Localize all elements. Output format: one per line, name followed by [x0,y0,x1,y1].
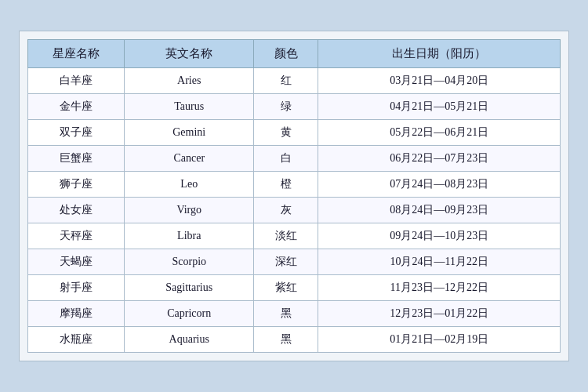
cell-color: 深红 [254,249,318,275]
cell-color: 紫红 [254,275,318,301]
zodiac-table-container: 星座名称 英文名称 颜色 出生日期（阳历） 白羊座Aries红03月21日—04… [19,31,569,361]
table-row: 水瓶座Aquarius黑01月21日—02月19日 [28,327,561,353]
cell-en: Virgo [125,198,254,223]
cell-cn: 白羊座 [28,68,125,94]
header-cn: 星座名称 [28,40,125,68]
cell-cn: 狮子座 [28,172,125,198]
table-row: 天秤座Libra淡红09月24日—10月23日 [28,223,561,249]
cell-en: Cancer [125,146,254,172]
cell-cn: 天秤座 [28,223,125,249]
cell-en: Gemini [125,120,254,146]
cell-date: 04月21日—05月21日 [318,94,561,120]
table-row: 天蝎座Scorpio深红10月24日—11月22日 [28,249,561,275]
cell-date: 06月22日—07月23日 [318,146,561,172]
header-color: 颜色 [254,40,318,68]
cell-color: 黑 [254,301,318,327]
cell-color: 黑 [254,327,318,353]
cell-color: 绿 [254,94,318,120]
cell-color: 白 [254,146,318,172]
table-row: 摩羯座Capricorn黑12月23日—01月22日 [28,301,561,327]
cell-cn: 天蝎座 [28,249,125,275]
cell-cn: 金牛座 [28,94,125,120]
table-row: 白羊座Aries红03月21日—04月20日 [28,68,561,94]
cell-cn: 水瓶座 [28,327,125,353]
cell-en: Capricorn [125,301,254,327]
cell-date: 03月21日—04月20日 [318,68,561,94]
table-row: 金牛座Taurus绿04月21日—05月21日 [28,94,561,120]
cell-color: 灰 [254,198,318,223]
cell-color: 淡红 [254,223,318,249]
cell-en: Taurus [125,94,254,120]
cell-date: 09月24日—10月23日 [318,223,561,249]
header-date: 出生日期（阳历） [318,40,561,68]
cell-date: 01月21日—02月19日 [318,327,561,353]
cell-date: 12月23日—01月22日 [318,301,561,327]
header-en: 英文名称 [125,40,254,68]
table-header-row: 星座名称 英文名称 颜色 出生日期（阳历） [28,40,561,68]
cell-date: 07月24日—08月23日 [318,172,561,198]
cell-date: 11月23日—12月22日 [318,275,561,301]
cell-cn: 巨蟹座 [28,146,125,172]
cell-date: 08月24日—09月23日 [318,198,561,223]
table-row: 巨蟹座Cancer白06月22日—07月23日 [28,146,561,172]
cell-color: 黄 [254,120,318,146]
cell-en: Leo [125,172,254,198]
cell-en: Sagittarius [125,275,254,301]
cell-cn: 摩羯座 [28,301,125,327]
cell-en: Aries [125,68,254,94]
cell-cn: 射手座 [28,275,125,301]
cell-en: Libra [125,223,254,249]
table-row: 处女座Virgo灰08月24日—09月23日 [28,198,561,223]
table-row: 射手座Sagittarius紫红11月23日—12月22日 [28,275,561,301]
cell-cn: 双子座 [28,120,125,146]
cell-color: 红 [254,68,318,94]
table-row: 双子座Gemini黄05月22日—06月21日 [28,120,561,146]
cell-cn: 处女座 [28,198,125,223]
cell-color: 橙 [254,172,318,198]
cell-en: Scorpio [125,249,254,275]
cell-date: 10月24日—11月22日 [318,249,561,275]
cell-date: 05月22日—06月21日 [318,120,561,146]
zodiac-table: 星座名称 英文名称 颜色 出生日期（阳历） 白羊座Aries红03月21日—04… [27,39,561,353]
table-row: 狮子座Leo橙07月24日—08月23日 [28,172,561,198]
cell-en: Aquarius [125,327,254,353]
